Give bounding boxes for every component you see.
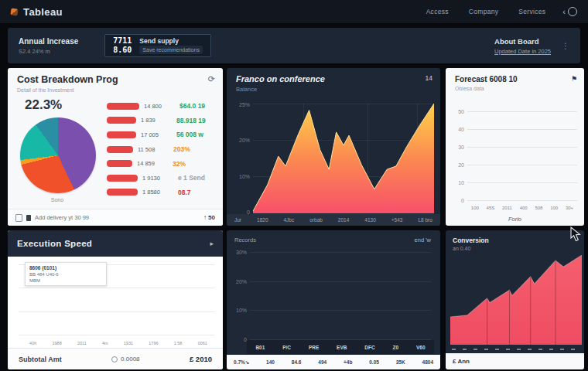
metric-label: Send supply (139, 37, 203, 46)
cost-row[interactable]: 11 508203% (107, 142, 215, 157)
footer-value: 35K (396, 359, 405, 365)
nav-item-services[interactable]: Services (518, 8, 545, 15)
cost-row[interactable]: 1 83988.918 19 (107, 114, 215, 128)
status-icon (111, 356, 118, 362)
expand-icon[interactable]: ▸ (210, 240, 214, 247)
pin-icon[interactable] (26, 215, 31, 221)
clock-icon (568, 7, 577, 16)
x-axis-label: 4m (102, 341, 108, 345)
area-chart[interactable] (450, 255, 582, 345)
x-axis-label: 2011 (77, 341, 87, 345)
x-axis-label: V60 (416, 345, 426, 350)
legend-line: 8606 (0101) (29, 265, 102, 271)
panel-subtitle: Balance (236, 86, 325, 93)
value-label: e 1 Send (178, 174, 205, 182)
footer-label: Subtotal Amt (19, 356, 62, 363)
conversion-panel: Conversion an 0.40 £ Ann (446, 230, 584, 369)
amount-bar (107, 131, 136, 138)
value-label: 88.918 19 (176, 117, 206, 124)
panel-title: Conversion (453, 237, 489, 244)
x-axis-label: 45S (487, 206, 495, 210)
copy-icon[interactable] (15, 214, 22, 222)
metric-texts: Send supply Save recommendations (139, 37, 203, 55)
amount-bar (107, 189, 138, 196)
amount-bar (107, 117, 136, 124)
x-axis-label: B01 (255, 345, 265, 350)
panel-subtitle: an 0.40 (453, 246, 470, 251)
account-icon[interactable]: ‹ (562, 7, 577, 16)
panel-corner-badge[interactable]: 14 (426, 74, 432, 82)
cost-row[interactable]: 1 9130e 1 Send (107, 171, 215, 186)
pie-chart[interactable] (20, 117, 96, 193)
x-axis-label: 4130 (364, 217, 375, 223)
x-axis-label: P/C (282, 345, 291, 350)
y-axis-label: 25% (239, 102, 250, 107)
x-axis-label: 4Jbc (284, 217, 295, 223)
x-axis-label: 1796 (149, 341, 158, 345)
panel-footer: 0.7%↘14084.6494+4b0.0535K4804 (227, 355, 440, 369)
legend-line: BB 484 U40-6 (29, 272, 102, 277)
footer-value: 494 (318, 359, 326, 365)
more-options-icon[interactable]: ⋮ (562, 42, 569, 50)
annual-increase-block: Annual Increase S2.4 24% m (19, 37, 78, 55)
legend-line: MBM (29, 278, 102, 283)
y-axis: 50403020100 (449, 109, 464, 203)
amount-label: 1 8580 (142, 189, 176, 196)
forecast-panel: Forecast 6008 10 Obiesa data ⚑ 504030201… (446, 68, 584, 226)
x-axis: B01P/CPREEVBDFCZ0V60 (247, 340, 434, 354)
cost-row[interactable]: 17 00556 008 w (107, 128, 215, 142)
metric-value-1: 7711 (113, 36, 132, 46)
cost-row[interactable]: 1 858008.7 (107, 186, 215, 200)
amount-bar (107, 160, 132, 167)
app-title: Tableau (23, 6, 63, 18)
top-navigation: Access Company Services (426, 8, 546, 15)
footer-note: Add delivery yt 30 99 (35, 214, 89, 221)
y-axis-label: 10% (239, 174, 250, 179)
tick-marks (452, 349, 579, 350)
panel-footer: £ Ann (446, 353, 584, 369)
footer-value: 84.6 (292, 359, 302, 365)
x-axis-label: L8 bro (418, 217, 432, 223)
amount-label: 17 005 (141, 131, 175, 138)
cost-row[interactable]: 14 85932% (107, 156, 215, 171)
y-axis: 30%20%10%0 (230, 250, 247, 342)
panel-title: Franco on conference (236, 74, 325, 83)
panel-corner-label: end 'w (415, 237, 431, 243)
panel-title: Forecast 6008 10 (455, 75, 576, 83)
y-axis-label: 30 (458, 145, 464, 150)
amount-label: 1 839 (141, 117, 175, 124)
x-axis-label: 100 (471, 206, 479, 210)
value-label: 32% (173, 160, 186, 168)
x-axis-label: 1931 (124, 341, 133, 345)
y-axis-label: 40 (458, 127, 464, 132)
panel-title: Cost Breakdown Prog (17, 74, 118, 85)
annual-increase-sub: S2.4 24% m (19, 48, 78, 55)
amount-bar (107, 175, 138, 182)
metric-values: 7711 8.60 (113, 36, 132, 55)
cost-row[interactable]: 14 800$64.0 19 (107, 99, 215, 114)
y-axis-label: 30% (236, 250, 247, 255)
panel-subtitle: Obiesa data (455, 86, 576, 91)
nav-item-access[interactable]: Access (426, 8, 449, 15)
x-axis-label: PRE (309, 345, 319, 350)
panel-title: Records (234, 237, 256, 243)
panel-footer: Subtotal Amt 0.0008 £ 2010 (8, 348, 223, 369)
amount-label: 1 9130 (142, 175, 176, 182)
nav-item-company[interactable]: Company (469, 8, 498, 15)
about-board-title: About Board (494, 37, 551, 46)
x-axis-label: EVB (337, 345, 347, 350)
value-label: $64.0 19 (179, 102, 205, 110)
metric-box[interactable]: 7711 8.60 Send supply Save recommendatio… (104, 34, 211, 57)
panel-footer: Add delivery yt 30 99 ↑ 50 (8, 209, 223, 226)
y-axis: 25%20%10%0 (230, 102, 250, 215)
refresh-icon[interactable]: ⟳ (208, 74, 215, 85)
about-board-block: About Board Updated Date in 2025 (494, 37, 551, 55)
execution-panel: Execution Speed ▸ 8606 (0101) BB 484 U40… (8, 230, 223, 369)
flag-icon[interactable]: ⚑ (571, 75, 577, 83)
about-board-link[interactable]: Updated Date in 2025 (494, 48, 551, 55)
metric-sublabel: Save recommendations (139, 46, 203, 54)
area-chart[interactable] (253, 104, 434, 213)
x-axis-label: orbab (309, 217, 323, 223)
top-app-bar: Tableau Access Company Services ‹ (0, 0, 588, 23)
y-axis-label: 50 (458, 109, 464, 114)
